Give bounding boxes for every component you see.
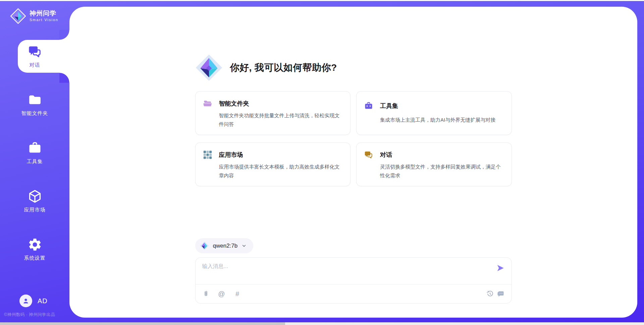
user-name: AD xyxy=(38,297,48,305)
composer-area: qwen2:7b @ # xyxy=(195,238,512,318)
window-top-edge xyxy=(0,0,644,1)
comment-icon xyxy=(497,290,505,298)
attach-file-button[interactable] xyxy=(202,290,210,298)
card-title: 应用市场 xyxy=(219,151,343,159)
conversations-button[interactable] xyxy=(497,290,505,298)
history-button[interactable] xyxy=(486,290,494,298)
cube-icon xyxy=(28,189,42,204)
card-title: 智能文件夹 xyxy=(219,100,343,108)
paperclip-icon xyxy=(202,290,210,298)
chat-icon xyxy=(364,150,373,159)
grid-icon xyxy=(203,150,212,159)
sidebar-nav: 对话 智能文件夹 工具集 应用市场 系统设置 xyxy=(0,40,69,281)
card-smart-folder[interactable]: 智能文件夹 智能文件夹功能支持批量文件上传与清洗，轻松实现文件问答 xyxy=(195,91,351,135)
feature-cards: 智能文件夹 智能文件夹功能支持批量文件上传与清洗，轻松实现文件问答 工具集 集成… xyxy=(195,91,512,186)
copyright-text: ©神州数码 · 神州问学出品 xyxy=(4,312,69,318)
sidebar-item-label: 智能文件夹 xyxy=(21,110,48,117)
brand-logo-icon xyxy=(10,8,26,24)
sidebar-item-label: 系统设置 xyxy=(24,255,46,261)
briefcase-icon xyxy=(28,141,42,155)
card-app-market[interactable]: 应用市场 应用市场提供丰富长文本模板，助力高效生成多样化文章内容 xyxy=(195,142,351,186)
chevron-down-icon xyxy=(241,243,247,248)
hash-icon: # xyxy=(235,290,239,297)
model-logo-icon xyxy=(200,241,209,251)
card-description: 应用市场提供丰富长文本模板，助力高效生成多样化文章内容 xyxy=(219,162,343,180)
sidebar-item-chat[interactable]: 对话 xyxy=(0,40,69,73)
scrollbar-thumb[interactable] xyxy=(0,322,285,325)
card-description: 灵活切换多模型文件，支持多样回复效果调试，满足个性化需求 xyxy=(380,162,504,180)
briefcase-icon xyxy=(364,101,373,111)
card-chat[interactable]: 对话 灵活切换多模型文件，支持多样回复效果调试，满足个性化需求 xyxy=(356,142,512,186)
chat-icon xyxy=(28,44,42,59)
brand-name: 神州问学 xyxy=(30,10,58,17)
card-title: 工具集 xyxy=(380,102,504,110)
sidebar-item-toolset[interactable]: 工具集 xyxy=(0,136,69,169)
folder-icon xyxy=(28,92,42,107)
greeting: 你好, 我可以如何帮助你? xyxy=(195,53,512,82)
sidebar-item-smart-folder[interactable]: 智能文件夹 xyxy=(0,88,69,121)
message-composer: @ # xyxy=(195,257,512,304)
app-window: 神州问学 Smart Vision 对话 智能文件夹 工具集 应用市场 xyxy=(0,1,644,322)
active-tab-background xyxy=(18,40,69,73)
gear-icon xyxy=(28,237,42,252)
greeting-text: 你好, 我可以如何帮助你? xyxy=(230,61,337,74)
sidebar-item-label: 工具集 xyxy=(27,158,43,165)
sidebar-item-label: 对话 xyxy=(30,62,40,68)
send-button[interactable] xyxy=(496,264,505,272)
model-selector[interactable]: qwen2:7b xyxy=(195,238,254,253)
folder-open-icon xyxy=(203,99,212,108)
message-input[interactable] xyxy=(202,263,496,284)
history-icon xyxy=(486,290,494,298)
assistant-logo-icon xyxy=(195,53,223,82)
topic-button[interactable]: # xyxy=(234,290,241,298)
avatar xyxy=(19,295,32,307)
send-icon xyxy=(496,264,505,272)
at-icon: @ xyxy=(218,290,225,297)
user-menu[interactable]: AD xyxy=(19,295,69,307)
sidebar: 神州问学 Smart Vision 对话 智能文件夹 工具集 应用市场 xyxy=(0,1,69,322)
sidebar-item-label: 应用市场 xyxy=(24,207,46,213)
card-title: 对话 xyxy=(380,151,504,159)
brand-subtitle: Smart Vision xyxy=(30,18,58,22)
card-description: 集成市场上主流工具，助力AI与外界无缝扩展与对接 xyxy=(380,116,504,129)
main-panel: 你好, 我可以如何帮助你? 智能文件夹 智能文件夹功能支持批量文件上传与清洗，轻… xyxy=(69,7,637,318)
person-icon xyxy=(22,297,30,305)
horizontal-scrollbar[interactable] xyxy=(0,322,644,325)
mention-button[interactable]: @ xyxy=(218,290,225,298)
sidebar-item-settings[interactable]: 系统设置 xyxy=(0,233,69,266)
selected-model-name: qwen2:7b xyxy=(213,243,238,249)
sidebar-item-app-market[interactable]: 应用市场 xyxy=(0,185,69,217)
card-toolset[interactable]: 工具集 集成市场上主流工具，助力AI与外界无缝扩展与对接 xyxy=(356,91,512,135)
brand: 神州问学 Smart Vision xyxy=(0,1,69,25)
card-description: 智能文件夹功能支持批量文件上传与清洗，轻松实现文件问答 xyxy=(219,111,343,129)
